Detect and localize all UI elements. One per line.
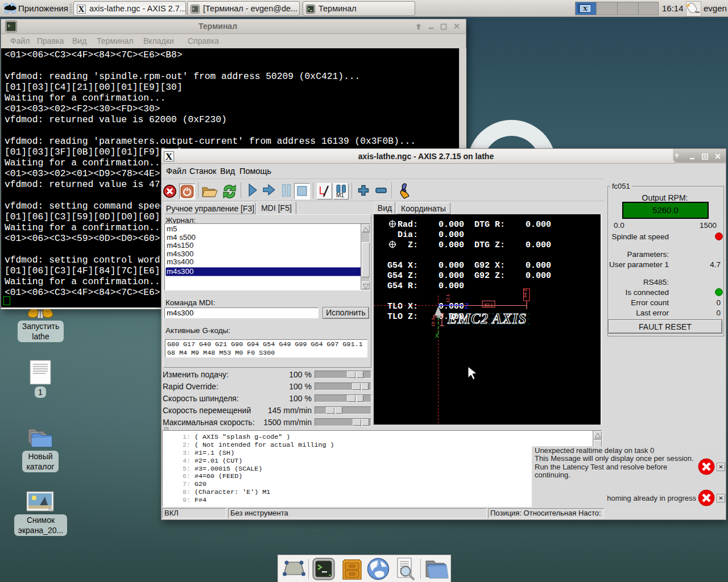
svg-text:94 2: 94 2 [523, 289, 528, 298]
svg-text:X: X [166, 151, 173, 161]
svg-text:M1: M1 [336, 192, 344, 198]
svg-text:82.1: 82.1 [484, 302, 493, 307]
svg-text:Z: Z [465, 303, 469, 311]
svg-text:X: X [435, 332, 439, 339]
svg-text:19 3: 19 3 [431, 318, 436, 327]
svg-text:X: X [78, 5, 85, 14]
svg-text:12.1: 12.1 [445, 294, 450, 303]
